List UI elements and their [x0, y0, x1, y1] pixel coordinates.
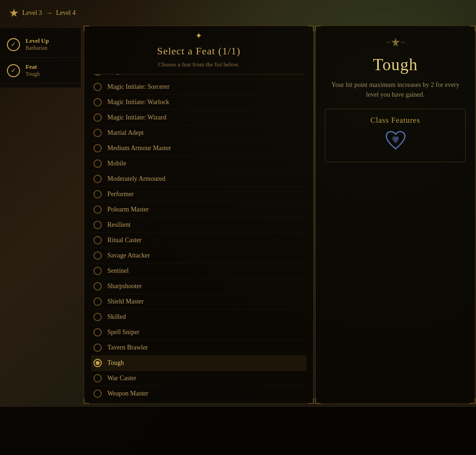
feat-item-martial-adept[interactable]: Martial Adept — [91, 125, 306, 141]
radio-performer — [93, 190, 102, 198]
sidebar-item-feat-tough[interactable]: ✓ Feat Tough — [0, 58, 81, 84]
feat-item-ritual-caster[interactable]: Ritual Caster — [91, 233, 306, 248]
sidebar-label-feat: Feat — [26, 63, 40, 71]
radio-medium-armour-master — [93, 144, 102, 152]
feat-name-skilled: Skilled — [107, 313, 126, 321]
detail-ornament — [386, 35, 405, 51]
feat-item-spell-sniper[interactable]: Spell Sniper — [91, 325, 306, 340]
level-indicator: Level 3 → Level 4 — [9, 8, 76, 18]
panel-ornament: ✦ — [84, 26, 313, 43]
feat-item-moderately-armoured[interactable]: Moderately Armoured — [91, 171, 306, 187]
feat-item-medium-armour-master[interactable]: Medium Armour Master — [91, 141, 306, 156]
radio-moderately-armoured — [93, 175, 102, 183]
feat-item-polearm-master[interactable]: Polearm Master — [91, 202, 306, 218]
radio-tough — [93, 359, 102, 367]
level-from: Level 3 — [22, 9, 42, 17]
feat-item-resilient[interactable]: Resilient — [91, 218, 306, 233]
sidebar-item-level-up[interactable]: ✓ Level Up Barbarian — [0, 32, 81, 58]
sidebar: ✓ Level Up Barbarian ✓ Feat Tough — [0, 28, 81, 87]
feat-item-weapon-master[interactable]: Weapon Master — [91, 386, 306, 402]
class-features-title: Class Features — [370, 116, 420, 125]
radio-ritual-caster — [93, 236, 102, 244]
feat-name-performer: Performer — [107, 191, 134, 198]
detail-title: Tough — [373, 55, 417, 74]
feat-name-magic-initiate-sorcerer: Magic Initiate: Sorcerer — [107, 83, 170, 91]
radio-martial-adept — [93, 129, 102, 137]
radio-magic-initiate-wizard — [93, 113, 102, 122]
feat-name-magic-initiate-wizard: Magic Initiate: Wizard — [107, 114, 166, 121]
feat-item-magic-initiate-wizard[interactable]: Magic Initiate: Wizard — [91, 110, 306, 125]
feat-detail-panel: Tough Your hit point maximum increases b… — [315, 26, 476, 404]
radio-magic-initiate-sorcerer — [93, 83, 102, 91]
feat-name-weapon-master: Weapon Master — [107, 390, 148, 397]
radio-magic-initiate-warlock — [93, 98, 102, 106]
feat-name-mobile: Mobile — [107, 160, 126, 167]
feat-item-tough[interactable]: Tough — [91, 356, 306, 371]
radio-resilient — [93, 221, 102, 229]
feat-name-tough: Tough — [107, 359, 124, 367]
radio-spell-sniper — [93, 328, 102, 336]
feat-item-magic-initiate-druid[interactable]: Magic Initiate: Druid — [91, 74, 306, 79]
feat-name-war-caster: War Caster — [107, 375, 136, 382]
radio-sentinel — [93, 267, 102, 275]
radio-sharpshooter — [93, 282, 102, 290]
feat-item-sharpshooter[interactable]: Sharpshooter — [91, 279, 306, 294]
feat-name-sentinel: Sentinel — [107, 267, 129, 275]
feat-item-sentinel[interactable]: Sentinel — [91, 264, 306, 279]
radio-magic-initiate-druid — [93, 74, 102, 76]
panel-subtitle: Choose a feat from the list below. — [84, 59, 313, 74]
sidebar-label-level-up: Level Up — [26, 37, 49, 45]
radio-savage-attacker — [93, 251, 102, 260]
feat-item-shield-master[interactable]: Shield Master — [91, 294, 306, 310]
bottom-bar — [0, 406, 476, 455]
feat-selection-panel: ✦ Select a Feat (1/1) Choose a feat from… — [84, 26, 314, 404]
feat-item-skilled[interactable]: Skilled — [91, 310, 306, 325]
feat-name-magic-initiate-druid: Magic Initiate: Druid — [107, 74, 163, 75]
feat-item-savage-attacker[interactable]: Savage Attacker — [91, 248, 306, 264]
level-icon — [9, 8, 19, 18]
sidebar-text-feat-tough: Feat Tough — [26, 63, 40, 78]
sidebar-text-level-up: Level Up Barbarian — [26, 37, 49, 52]
level-arrow: → — [46, 9, 52, 17]
feat-list[interactable]: Lightly ArmouredLuckyMage SlayerMagic In… — [84, 74, 313, 405]
radio-weapon-master — [93, 389, 102, 398]
feat-name-shield-master: Shield Master — [107, 298, 144, 305]
sidebar-sublabel-level-up: Barbarian — [26, 45, 49, 52]
sidebar-sublabel-tough: Tough — [26, 71, 40, 78]
feat-name-moderately-armoured: Moderately Armoured — [107, 175, 165, 183]
feat-item-tavern-brawler[interactable]: Tavern Brawler — [91, 340, 306, 356]
feat-name-spell-sniper: Spell Sniper — [107, 329, 139, 336]
radio-shield-master — [93, 297, 102, 306]
feat-name-magic-initiate-warlock: Magic Initiate: Warlock — [107, 99, 169, 106]
feat-name-tavern-brawler: Tavern Brawler — [107, 344, 148, 351]
check-icon-level-up: ✓ — [7, 38, 20, 51]
radio-skilled — [93, 313, 102, 321]
detail-description: Your hit point maximum increases by 2 fo… — [325, 80, 466, 99]
feat-item-performer[interactable]: Performer — [91, 187, 306, 202]
check-icon-feat-tough: ✓ — [7, 64, 20, 77]
feat-item-mobile[interactable]: Mobile — [91, 156, 306, 171]
feat-name-martial-adept: Martial Adept — [107, 129, 144, 137]
feat-name-resilient: Resilient — [107, 221, 131, 229]
radio-polearm-master — [93, 205, 102, 214]
feat-name-ritual-caster: Ritual Caster — [107, 237, 142, 244]
feat-item-magic-initiate-warlock[interactable]: Magic Initiate: Warlock — [91, 95, 306, 110]
feat-name-savage-attacker: Savage Attacker — [107, 252, 150, 259]
radio-tavern-brawler — [93, 343, 102, 352]
feat-item-magic-initiate-sorcerer[interactable]: Magic Initiate: Sorcerer — [91, 79, 306, 95]
feat-name-sharpshooter: Sharpshooter — [107, 283, 142, 290]
feat-name-polearm-master: Polearm Master — [107, 206, 149, 213]
radio-war-caster — [93, 374, 102, 382]
heart-icon — [384, 130, 407, 155]
level-to: Level 4 — [56, 9, 75, 17]
class-features-box: Class Features — [325, 109, 466, 162]
feat-item-war-caster[interactable]: War Caster — [91, 371, 306, 386]
feat-name-medium-armour-master: Medium Armour Master — [107, 145, 171, 152]
radio-mobile — [93, 159, 102, 168]
panel-title: Select a Feat (1/1) — [84, 43, 313, 59]
